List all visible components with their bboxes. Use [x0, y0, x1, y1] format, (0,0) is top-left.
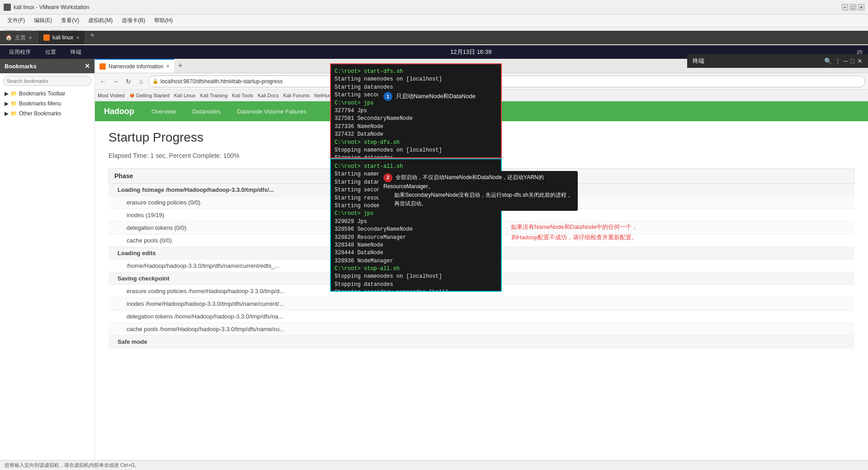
terminal-line: Starting namenodes on [localhost]: [335, 76, 497, 83]
table-row: cache pools /home/Hadoop/hadoop-3.3.0/tm…: [108, 323, 854, 336]
sidebar-other-label: Other Bookmarks: [19, 110, 61, 117]
terminal-close-btn[interactable]: ✕: [857, 57, 863, 65]
bookmarks-sidebar: Bookmarks ✕ ▶ 📁 Bookmarks Toolbar ▶ 📁 Bo…: [0, 59, 95, 460]
menu-edit[interactable]: 编辑(E): [30, 16, 56, 25]
restore-btn[interactable]: □: [850, 4, 856, 10]
bm-kali-forums[interactable]: Kali Forums: [283, 93, 310, 98]
table-row: Safe mode: [108, 336, 854, 348]
terminal-line: 329029 Jps: [335, 218, 497, 226]
kali-left-menu: 应用程序 位置 终端: [5, 47, 85, 57]
kali-apps-menu[interactable]: 应用程序: [5, 47, 34, 57]
back-btn[interactable]: ←: [98, 76, 108, 87]
menu-view[interactable]: 查看(V): [57, 16, 83, 25]
red-note-line2: 则Hadoop配置不成功，请仔细检查并重新配置。: [511, 232, 637, 242]
home-icon: 🏠: [5, 34, 12, 41]
window-title: kali linux - VMware Workstation: [14, 4, 842, 10]
home-nav-btn[interactable]: ⌂: [136, 76, 146, 87]
menu-vm[interactable]: 虚拟机(M): [85, 16, 116, 25]
annotation-bubble-1: 1 只启动NameNode和DataNode: [378, 90, 481, 103]
annotation-bubble-2: 2 全部启动，不仅启动NameNode和DataNode，还启动YARN的Res…: [379, 171, 578, 211]
tab-close-btn[interactable]: ✕: [166, 64, 170, 69]
tab-home[interactable]: 🏠 主页 ✕: [0, 31, 38, 44]
menu-help[interactable]: 帮助(H): [151, 16, 176, 25]
window-controls[interactable]: − □ ×: [842, 4, 864, 10]
annotation-red-note: 如果没有NameNode和DataNode中的任何一个， 则Hadoop配置不成…: [511, 222, 637, 243]
terminal-line: Stopping datanodes: [335, 281, 497, 289]
terminal-line: C:\root> stop-all.sh: [335, 265, 497, 273]
terminal-line: 327794 Jps: [335, 107, 497, 115]
terminal-line: Stopping namenodes on [localhost]: [335, 273, 497, 280]
tab-home-close[interactable]: ✕: [28, 35, 32, 40]
url-display: localhost:9870/dfshealth.html#tab-startu…: [160, 78, 861, 85]
sidebar-close-btn[interactable]: ✕: [85, 62, 90, 70]
terminal-menu-icon[interactable]: ⋮: [835, 57, 841, 65]
kali-terminal-menu[interactable]: 终端: [67, 47, 85, 57]
terminal-line: C:\root> stop-dfs.sh: [335, 139, 497, 147]
terminal-line: 328820 ResourceManager: [335, 234, 497, 242]
terminal-search-icon[interactable]: 🔍: [824, 57, 832, 65]
kali-tab-icon: [43, 34, 50, 41]
folder-icon: 📁: [10, 90, 17, 97]
firefox-icon: 🦊: [129, 93, 135, 98]
terminal-titlebar: 终端 🔍 ⋮ ─ □ ✕: [687, 54, 868, 68]
nav-overview[interactable]: Overview: [148, 106, 179, 117]
terminal-title: 终端: [693, 57, 704, 65]
sidebar-item-toolbar[interactable]: ▶ 📁 Bookmarks Toolbar: [0, 89, 94, 99]
checkpoint-item-2: delegation tokens /home/Hadoop/hadoop-3.…: [108, 310, 854, 323]
new-tab-btn[interactable]: +: [174, 59, 186, 73]
vmware-titlebar: kali linux - VMware Workstation − □ ×: [0, 0, 868, 14]
terminal-red-box: C:\root> start-dfs.sh Starting namenodes…: [330, 63, 502, 158]
tab-kali-label: kali linux: [52, 34, 73, 41]
expand-icon3: ▶: [5, 110, 9, 117]
minimize-btn[interactable]: −: [842, 4, 848, 10]
search-input[interactable]: [3, 76, 92, 86]
terminal-line: 328936 NodeManager: [335, 257, 497, 265]
annotation-2-text2: 如果SecondaryNameNode没有启动，先运行stop-dfs.sh关闭…: [383, 191, 573, 208]
bookmarks-title: Bookmarks: [5, 63, 37, 70]
nav-datanode-volume[interactable]: Datanode Volume Failures: [233, 106, 310, 117]
terminal-line: Stopping namenodes on [localhost]: [335, 147, 497, 154]
hadoop-brand: Hadoop: [104, 107, 134, 116]
menu-file[interactable]: 文件(F): [4, 16, 28, 25]
tab-kali-close[interactable]: ✕: [76, 35, 80, 40]
terminal-line: 327581 SecondaryNameNode: [335, 115, 497, 123]
namenode-tab[interactable]: Namenode information ✕: [95, 59, 174, 73]
forward-btn[interactable]: →: [110, 76, 121, 87]
tab-kali[interactable]: kali linux ✕: [38, 31, 85, 44]
terminal-line: Stopping datanodes: [335, 154, 497, 158]
sidebar-item-menu[interactable]: ▶ 📁 Bookmarks Menu: [0, 99, 94, 109]
bm-kali-tools[interactable]: Kali Tools: [232, 93, 253, 98]
sidebar-item-other[interactable]: ▶ 📁 Other Bookmarks: [0, 109, 94, 119]
bm-most-visited[interactable]: Most Visited: [98, 93, 125, 98]
checkpoint-item-3: cache pools /home/Hadoop/hadoop-3.3.0/tm…: [108, 323, 854, 336]
vm-tabbar: 🏠 主页 ✕ kali linux ✕ +: [0, 31, 868, 44]
sidebar-header: Bookmarks ✕: [0, 59, 94, 73]
expand-icon: ▶: [5, 90, 9, 97]
terminal-window-controls[interactable]: 🔍 ⋮ ─ □ ✕: [824, 57, 863, 65]
checkpoint-item-1: inodes /home/Hadoop/hadoop-3.3.0/tmp/dfs…: [108, 298, 854, 310]
terminal-minimize-btn[interactable]: ─: [844, 57, 848, 65]
bm-kali-linux[interactable]: Kali Linux: [174, 93, 196, 98]
nav-datanodes[interactable]: Datanodes: [189, 106, 224, 117]
add-tab-btn[interactable]: +: [85, 31, 99, 44]
terminal-restore-btn[interactable]: □: [851, 57, 854, 65]
annotation-1-text: 只启动NameNode和DataNode: [396, 93, 476, 100]
bm-kali-training[interactable]: Kali Training: [200, 93, 227, 98]
bm-kali-docs[interactable]: Kali Docs: [258, 93, 278, 98]
badge-1: 1: [383, 92, 392, 101]
kali-places-menu[interactable]: 位置: [42, 47, 60, 57]
reload-btn[interactable]: ↻: [123, 76, 134, 87]
sidebar-menu-label: Bookmarks Menu: [19, 100, 61, 107]
table-row: delegation tokens /home/Hadoop/hadoop-3.…: [108, 310, 854, 323]
terminal-line: C:\root> start-all.sh: [335, 163, 497, 171]
namenode-tab-label: Namenode information: [108, 63, 163, 70]
expand-icon2: ▶: [5, 100, 9, 107]
menu-tab[interactable]: 选项卡(B): [118, 16, 149, 25]
vmware-menubar: 文件(F) 编辑(E) 查看(V) 虚拟机(M) 选项卡(B) 帮助(H): [0, 14, 868, 27]
close-btn[interactable]: ×: [858, 4, 864, 10]
bm-getting-started[interactable]: 🦊 Getting Started: [129, 93, 170, 98]
tab-home-label: 主页: [15, 34, 26, 42]
url-bar-container[interactable]: 🔒 localhost:9870/dfshealth.html#tab-star…: [148, 76, 865, 87]
terminal-line: 327336 NameNode: [335, 123, 497, 131]
annotation-2-line1: 2 全部启动，不仅启动NameNode和DataNode，还启动YARN的Res…: [383, 173, 573, 191]
